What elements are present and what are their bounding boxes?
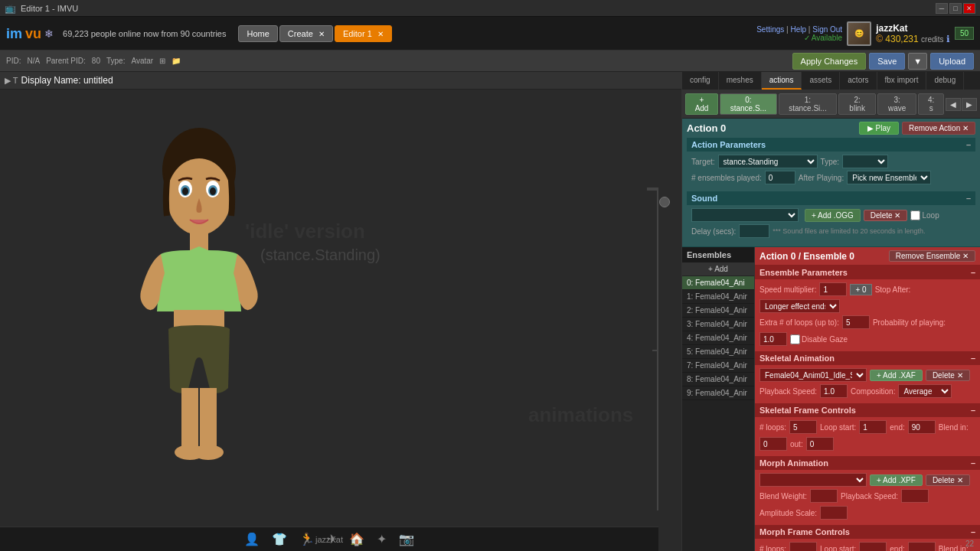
blend-weight-input[interactable] bbox=[810, 489, 838, 503]
tab-meshes[interactable]: meshes bbox=[719, 72, 762, 90]
stop-after-select[interactable]: Longer effect ends bbox=[760, 299, 840, 313]
next-action-button[interactable]: ▶ bbox=[962, 98, 977, 111]
disable-gaze-checkbox[interactable] bbox=[790, 334, 800, 344]
help-link[interactable]: Help bbox=[791, 25, 807, 34]
delete-sound-button[interactable]: Delete ✕ bbox=[864, 210, 908, 221]
skeletal-loops-input[interactable] bbox=[789, 420, 817, 434]
expand-icon[interactable]: ▶ T bbox=[5, 76, 18, 86]
ensemble-item-8[interactable]: 9: Female04_Anir bbox=[682, 386, 754, 400]
delete-xpf-button[interactable]: Delete ✕ bbox=[926, 474, 970, 486]
folder-icon[interactable]: 📁 bbox=[172, 57, 181, 65]
icon-person[interactable]: 👤 bbox=[244, 532, 260, 546]
prev-action-button[interactable]: ◀ bbox=[946, 98, 961, 111]
maximize-button[interactable]: □ bbox=[949, 3, 962, 14]
collapse-ensemble-params[interactable]: – bbox=[971, 268, 975, 277]
create-tab-close[interactable]: ✕ bbox=[318, 30, 325, 38]
signout-link[interactable]: Sign Out bbox=[812, 25, 842, 34]
icon-shirt[interactable]: 👕 bbox=[272, 532, 287, 546]
collapse-action-params[interactable]: – bbox=[966, 140, 971, 149]
credits-info-icon[interactable]: ℹ bbox=[946, 34, 950, 44]
action-parameters-header: Action Parameters – bbox=[687, 138, 975, 152]
icon-home[interactable]: 🏠 bbox=[349, 532, 364, 546]
skeletal-file-select[interactable]: Female04_Anim01_Idle_StandingNeutral bbox=[760, 368, 867, 382]
tab-fbximport[interactable]: fbx import bbox=[877, 72, 927, 90]
blend-in-input[interactable] bbox=[760, 437, 787, 451]
morph-end-input[interactable] bbox=[908, 542, 936, 551]
create-button[interactable]: Create ✕ bbox=[279, 25, 333, 42]
action-tab-2[interactable]: 2: blink bbox=[838, 93, 876, 115]
ensemble-item-6[interactable]: 7: Female04_Anir bbox=[682, 359, 754, 373]
amplitude-input[interactable] bbox=[820, 506, 848, 520]
skeletal-file-row: Female04_Anim01_Idle_StandingNeutral + A… bbox=[760, 368, 975, 382]
editor-tab[interactable]: Editor 1 ✕ bbox=[335, 25, 392, 42]
save-dropdown-button[interactable]: ▼ bbox=[908, 53, 927, 70]
logo-vu: vu bbox=[25, 27, 41, 41]
delete-xaf-button[interactable]: Delete ✕ bbox=[926, 370, 970, 381]
collapse-skeletal[interactable]: – bbox=[971, 354, 975, 363]
ensemble-item-2[interactable]: 2: Female04_Anir bbox=[682, 304, 754, 318]
add-zero-button[interactable]: + 0 bbox=[850, 284, 871, 295]
out-input[interactable] bbox=[806, 437, 834, 451]
add-ensemble-button[interactable]: + Add bbox=[682, 262, 754, 276]
ensemble-item-0[interactable]: 0: Female04_Ani bbox=[682, 276, 754, 290]
play-button[interactable]: ▶ Play bbox=[859, 122, 899, 135]
tab-actions[interactable]: actions bbox=[762, 72, 802, 90]
action-tab-4[interactable]: 4: s bbox=[918, 93, 944, 115]
target-row: Target: stance.Standing Type: bbox=[691, 155, 971, 168]
settings-link[interactable]: Settings bbox=[756, 25, 784, 34]
sound-file-select[interactable] bbox=[691, 208, 799, 222]
tab-actors[interactable]: actors bbox=[840, 72, 877, 90]
copy-icon[interactable]: ⊞ bbox=[159, 57, 165, 65]
probability-input[interactable] bbox=[760, 332, 787, 346]
collapse-morph[interactable]: – bbox=[971, 458, 975, 468]
target-select[interactable]: stance.Standing bbox=[718, 155, 818, 168]
add-xpf-button[interactable]: + Add .XPF bbox=[870, 474, 923, 486]
ensemble-item-5[interactable]: 5: Female04_Anir bbox=[682, 345, 754, 359]
loops-input[interactable] bbox=[842, 315, 870, 329]
add-xaf-button[interactable]: + Add .XAF bbox=[870, 370, 923, 381]
save-button[interactable]: Save bbox=[869, 53, 905, 70]
loop-start-input[interactable] bbox=[859, 420, 887, 434]
upload-button[interactable]: Upload bbox=[930, 53, 974, 70]
collapse-morph-frame[interactable]: – bbox=[971, 527, 975, 536]
tab-config[interactable]: config bbox=[682, 72, 719, 90]
action-tab-0[interactable]: 0: stance.S... bbox=[720, 93, 777, 115]
action-tab-3[interactable]: 3: wave bbox=[877, 93, 916, 115]
icon-camera[interactable]: 📷 bbox=[399, 532, 414, 546]
apply-changes-button[interactable]: Apply Changes bbox=[792, 53, 867, 70]
tab-debug[interactable]: debug bbox=[926, 72, 964, 90]
morph-loops-input[interactable] bbox=[789, 542, 817, 551]
morph-playback-input[interactable] bbox=[901, 489, 929, 503]
ensembles-header: Ensembles bbox=[682, 247, 754, 262]
editor-tab-close[interactable]: ✕ bbox=[377, 30, 384, 38]
morph-file-select[interactable] bbox=[760, 473, 867, 487]
icon-avatar2[interactable]: 🏃 bbox=[299, 532, 315, 546]
delay-input[interactable] bbox=[739, 224, 769, 238]
ensemble-item-4[interactable]: 4: Female04_Anir bbox=[682, 331, 754, 345]
playback-speed-input[interactable] bbox=[820, 384, 848, 398]
remove-action-button[interactable]: Remove Action ✕ bbox=[902, 122, 975, 135]
morph-loop-start-input[interactable] bbox=[859, 542, 887, 551]
after-playing-select[interactable]: Pick new Ensemble bbox=[847, 171, 931, 184]
add-ogg-button[interactable]: + Add .OGG bbox=[805, 209, 861, 222]
loop-checkbox[interactable] bbox=[910, 210, 920, 220]
speed-mult-input[interactable] bbox=[819, 282, 847, 296]
remove-ensemble-button[interactable]: Remove Ensemble ✕ bbox=[889, 250, 975, 262]
composition-select[interactable]: Average bbox=[898, 384, 952, 398]
toolbar: PID: N/A Parent PID: 80 Type: Avatar ⊞ 📁… bbox=[0, 51, 980, 72]
ensembles-played-input[interactable] bbox=[765, 171, 795, 184]
action-tab-1[interactable]: 1: stance.Si... bbox=[779, 93, 838, 115]
add-action-button[interactable]: + Add bbox=[685, 93, 718, 115]
end-input[interactable] bbox=[908, 420, 936, 434]
ensemble-item-7[interactable]: 8: Female04_Anir bbox=[682, 373, 754, 386]
home-button[interactable]: Home bbox=[238, 25, 277, 42]
type-select[interactable] bbox=[842, 155, 888, 168]
ensemble-item-1[interactable]: 1: Female04_Anir bbox=[682, 290, 754, 304]
collapse-sound[interactable]: – bbox=[966, 194, 971, 203]
minimize-button[interactable]: ─ bbox=[936, 3, 948, 14]
icon-star[interactable]: ✦ bbox=[377, 532, 387, 546]
close-button[interactable]: ✕ bbox=[963, 3, 975, 14]
tab-assets[interactable]: assets bbox=[802, 72, 840, 90]
ensemble-item-3[interactable]: 3: Female04_Anir bbox=[682, 318, 754, 331]
collapse-skeletal-frame[interactable]: – bbox=[971, 406, 975, 415]
